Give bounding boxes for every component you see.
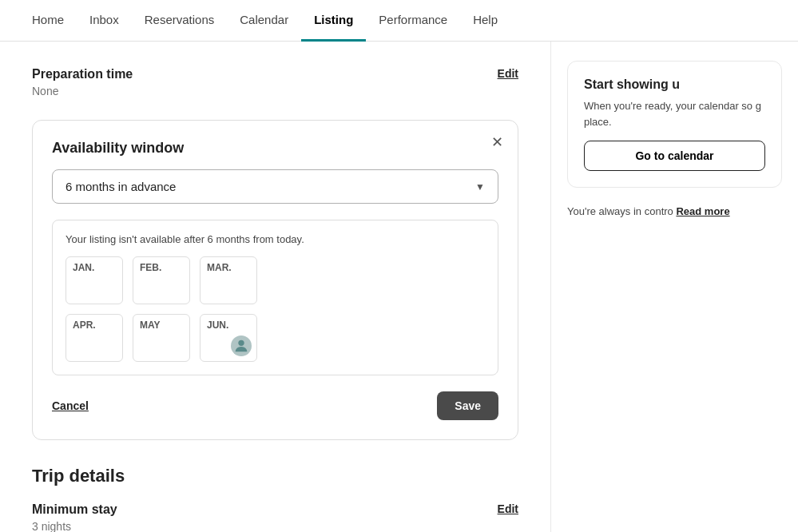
nav-help[interactable]: Help — [460, 0, 510, 42]
start-showing-body: When you're ready, your calendar so g pl… — [584, 98, 765, 129]
avail-window-close-button[interactable]: ✕ — [491, 135, 503, 149]
sidebar: Start showing u When you're ready, your … — [550, 42, 798, 532]
month-apr-label: APR. — [73, 320, 96, 331]
sidebar-control-note: You're always in contro Read more — [567, 204, 782, 220]
cancel-button[interactable]: Cancel — [52, 399, 89, 412]
prep-time-title: Preparation time — [32, 67, 133, 81]
start-showing-title: Start showing u — [584, 77, 765, 92]
minimum-stay-label: Minimum stay — [32, 502, 117, 517]
read-more-link[interactable]: Read more — [676, 205, 729, 217]
main-nav: Home Inbox Reservations Calendar Listing… — [0, 0, 798, 42]
months-grid: JAN. FEB. MAR. APR. MAY JUN. — [66, 256, 485, 362]
prep-time-section: Preparation time None Edit — [32, 67, 518, 97]
minimum-stay-edit[interactable]: Edit — [498, 502, 518, 515]
nav-home[interactable]: Home — [19, 0, 77, 42]
month-jan-label: JAN. — [73, 262, 94, 273]
start-showing-card: Start showing u When you're ready, your … — [567, 61, 782, 188]
avatar — [231, 335, 252, 356]
month-jun: JUN. — [200, 314, 257, 362]
trip-details-section: Trip details Minimum stay 3 nights Edit — [32, 466, 518, 532]
save-button[interactable]: Save — [437, 391, 498, 420]
avail-window-dropdown[interactable]: 6 months in advance ▼ — [52, 169, 498, 204]
minimum-stay-row: Minimum stay 3 nights Edit — [32, 502, 518, 532]
svg-point-0 — [238, 340, 244, 346]
month-jun-label: JUN. — [207, 320, 228, 331]
chevron-down-icon: ▼ — [475, 181, 485, 193]
month-apr: APR. — [66, 314, 123, 362]
avail-info-box: Your listing isn't available after 6 mon… — [52, 220, 498, 375]
month-feb-label: FEB. — [140, 262, 161, 273]
avail-window-title: Availability window — [52, 140, 498, 157]
trip-details-title: Trip details — [32, 466, 518, 486]
nav-calendar[interactable]: Calendar — [227, 0, 301, 42]
month-may-label: MAY — [140, 320, 161, 331]
main-content: Preparation time None Edit Availability … — [0, 42, 550, 532]
month-mar-label: MAR. — [207, 262, 232, 273]
nav-performance[interactable]: Performance — [366, 0, 460, 42]
month-feb: FEB. — [133, 256, 190, 304]
availability-window-card: Availability window ✕ 6 months in advanc… — [32, 120, 518, 440]
avail-card-footer: Cancel Save — [52, 391, 498, 420]
month-may: MAY — [133, 314, 190, 362]
nav-reservations[interactable]: Reservations — [132, 0, 228, 42]
month-jan: JAN. — [66, 256, 123, 304]
month-mar: MAR. — [200, 256, 257, 304]
avail-window-dropdown-value: 6 months in advance — [66, 180, 176, 193]
minimum-stay-value: 3 nights — [32, 520, 117, 532]
avail-info-text: Your listing isn't available after 6 mon… — [66, 233, 485, 245]
control-note-text: You're always in contro — [567, 205, 673, 217]
goto-calendar-button[interactable]: Go to calendar — [584, 141, 765, 171]
nav-listing[interactable]: Listing — [301, 0, 366, 42]
prep-time-edit[interactable]: Edit — [498, 67, 518, 80]
prep-time-value: None — [32, 85, 133, 97]
nav-inbox[interactable]: Inbox — [77, 0, 132, 42]
